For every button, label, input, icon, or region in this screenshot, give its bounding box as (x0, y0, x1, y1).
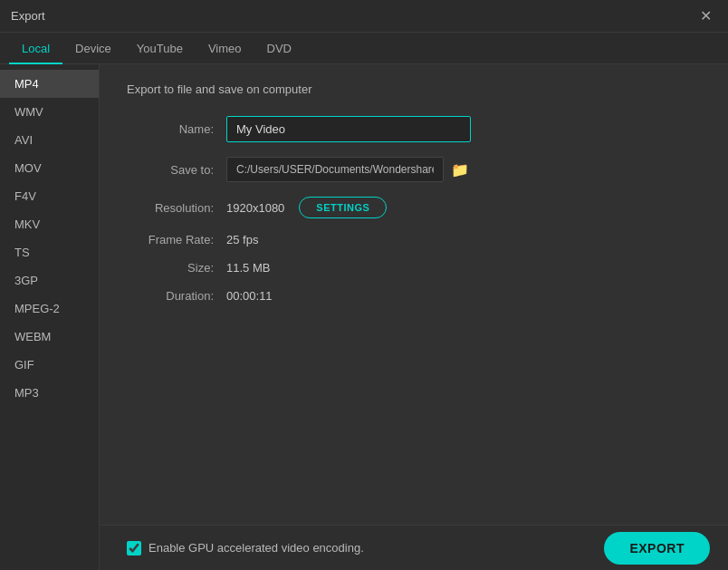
resolution-value: 1920x1080 (226, 201, 284, 215)
sidebar-item-mp3[interactable]: MP3 (0, 379, 99, 407)
name-input[interactable] (226, 116, 471, 142)
title-bar: Export ✕ (0, 0, 728, 33)
tab-device[interactable]: Device (62, 34, 124, 64)
resolution-row: Resolution: 1920x1080 SETTINGS (127, 197, 701, 218)
duration-row: Duration: 00:00:11 (127, 289, 701, 303)
settings-button[interactable]: SETTINGS (299, 197, 387, 218)
save-to-path[interactable] (226, 157, 444, 182)
sidebar-item-mkv[interactable]: MKV (0, 210, 99, 238)
sidebar-item-ts[interactable]: TS (0, 238, 99, 266)
size-value: 11.5 MB (226, 261, 270, 275)
frame-rate-row: Frame Rate: 25 fps (127, 233, 701, 246)
sidebar-item-f4v[interactable]: F4V (0, 182, 99, 210)
tab-dvd[interactable]: DVD (254, 34, 304, 64)
export-button[interactable]: EXPORT (604, 532, 710, 565)
name-row: Name: (127, 116, 701, 142)
sidebar-item-mp4[interactable]: MP4 (0, 70, 99, 98)
frame-rate-label: Frame Rate: (127, 233, 226, 246)
tab-bar: Local Device YouTube Vimeo DVD (0, 33, 728, 64)
bottom-bar: Enable GPU accelerated video encoding. E… (100, 525, 728, 570)
size-row: Size: 11.5 MB (127, 261, 701, 275)
tab-youtube[interactable]: YouTube (124, 34, 196, 64)
sidebar-item-3gp[interactable]: 3GP (0, 266, 99, 295)
save-to-group: 📁 (226, 157, 469, 182)
name-label: Name: (127, 122, 226, 136)
gpu-label: Enable GPU accelerated video encoding. (148, 541, 364, 555)
resolution-group: 1920x1080 SETTINGS (226, 197, 387, 218)
content-area: Export to file and save on computer Name… (100, 64, 728, 570)
sidebar-item-webm[interactable]: WEBM (0, 323, 99, 351)
sidebar-item-gif[interactable]: GIF (0, 351, 99, 379)
save-to-row: Save to: 📁 (127, 157, 701, 182)
section-title: Export to file and save on computer (127, 82, 701, 96)
sidebar: MP4 WMV AVI MOV F4V MKV TS 3GP MPEG-2 WE… (0, 64, 100, 570)
size-label: Size: (127, 261, 226, 275)
frame-rate-value: 25 fps (226, 233, 258, 246)
duration-label: Duration: (127, 289, 226, 303)
window-title: Export (11, 9, 45, 23)
sidebar-item-wmv[interactable]: WMV (0, 98, 99, 126)
tab-vimeo[interactable]: Vimeo (196, 34, 254, 64)
duration-value: 00:00:11 (226, 289, 273, 303)
close-button[interactable]: ✕ (694, 7, 717, 25)
resolution-label: Resolution: (127, 201, 226, 215)
gpu-checkbox[interactable] (127, 541, 141, 556)
save-to-label: Save to: (127, 163, 226, 177)
sidebar-item-mov[interactable]: MOV (0, 154, 99, 182)
main-content: MP4 WMV AVI MOV F4V MKV TS 3GP MPEG-2 WE… (0, 64, 728, 570)
gpu-row: Enable GPU accelerated video encoding. (127, 541, 364, 556)
sidebar-item-avi[interactable]: AVI (0, 126, 99, 154)
folder-icon[interactable]: 📁 (451, 161, 469, 179)
sidebar-item-mpeg2[interactable]: MPEG-2 (0, 295, 99, 323)
tab-local[interactable]: Local (9, 34, 62, 64)
